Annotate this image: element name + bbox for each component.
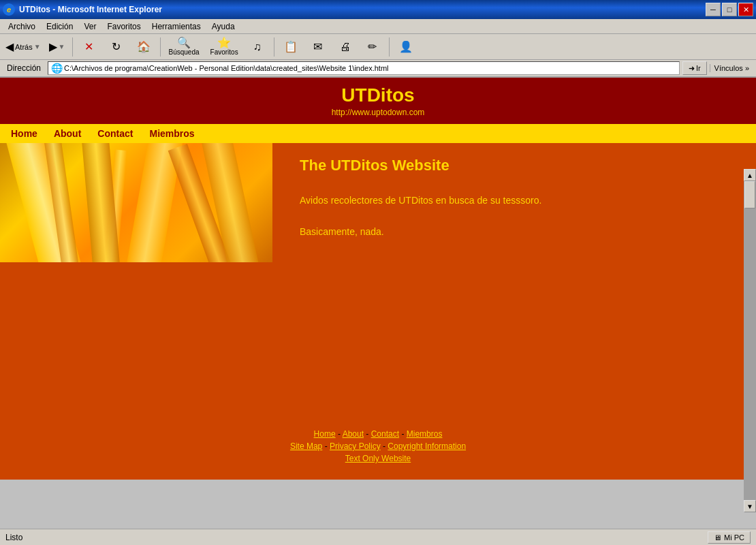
footer-sitemap[interactable]: Site Map <box>290 441 322 451</box>
statusbar: Listo 🖥 Mi PC <box>0 529 756 545</box>
menubar: Archivo Edición Ver Favoritos Herramient… <box>0 19 756 34</box>
ie-logo-icon: e <box>3 3 15 16</box>
forward-button[interactable]: ▶ ▼ <box>46 36 68 58</box>
footer-links-row2: Site Map - Privacy Policy - Copyright In… <box>0 441 756 451</box>
search-icon: 🔍 <box>177 37 191 48</box>
media-icon: ♫ <box>253 42 262 52</box>
site-content-column: The UTDitos Website Avidos recolectores … <box>272 143 756 416</box>
status-text: Listo <box>5 533 22 542</box>
titlebar-left: e UTDitos - Microsoft Internet Explorer <box>3 3 162 16</box>
site-image <box>0 143 272 262</box>
toolbar-sep1 <box>72 37 73 57</box>
back-dropdown-icon[interactable]: ▼ <box>34 43 41 50</box>
search-button[interactable]: 🔍 Búsqueda <box>165 36 204 58</box>
minimize-button[interactable]: ─ <box>706 3 721 16</box>
history-icon: 📋 <box>284 42 298 52</box>
print-icon: 🖨 <box>340 42 351 52</box>
mail-button[interactable]: ✉ <box>306 36 330 58</box>
footer-contact[interactable]: Contact <box>371 429 399 439</box>
scroll-thumb[interactable] <box>744 181 755 208</box>
links-chevron-icon: » <box>745 64 749 72</box>
edit-button[interactable]: ✏ <box>360 36 385 58</box>
scrollbar[interactable]: ▲ ▼ <box>744 169 756 512</box>
go-label: Ir <box>696 64 701 72</box>
site-subtitle: http://www.uptodown.com <box>0 108 756 117</box>
menu-edicion[interactable]: Edición <box>41 20 78 33</box>
close-button[interactable]: ✕ <box>738 3 753 16</box>
site-content-text1: Avidos recolectores de UTDitos en busca … <box>300 195 729 206</box>
mypc-button[interactable]: 🖥 Mi PC <box>708 531 751 544</box>
scroll-down-button[interactable]: ▼ <box>744 500 756 512</box>
footer-about[interactable]: About <box>343 429 364 439</box>
forward-icon: ▶ <box>49 42 57 52</box>
home-icon: 🏠 <box>137 42 151 52</box>
nav-contact[interactable]: Contact <box>97 128 133 139</box>
forward-dropdown-icon[interactable]: ▼ <box>59 43 65 50</box>
footer-home[interactable]: Home <box>314 429 336 439</box>
nav-about[interactable]: About <box>54 128 81 139</box>
links-label: Vínculos <box>714 64 743 72</box>
refresh-button[interactable]: ↻ <box>104 36 129 58</box>
back-button[interactable]: ◀ Atrás ▼ <box>3 36 44 58</box>
footer-sep3: - <box>401 429 406 439</box>
go-arrow-icon: ➜ <box>689 64 695 73</box>
favorites-button[interactable]: ⭐ Favoritos <box>206 36 242 58</box>
maximize-button[interactable]: □ <box>722 3 737 16</box>
image-bar-4 <box>103 150 127 262</box>
menu-ver[interactable]: Ver <box>78 20 101 33</box>
toolbar-sep2 <box>160 37 161 57</box>
back-icon: ◀ <box>5 42 14 52</box>
history-button[interactable]: 📋 <box>279 36 303 58</box>
menu-herramientas[interactable]: Herramientas <box>146 20 206 33</box>
menu-favoritos[interactable]: Favoritos <box>101 20 146 33</box>
search-label: Búsqueda <box>169 48 200 56</box>
addressbar-label: Dirección <box>3 63 45 73</box>
site-main: The UTDitos Website Avidos recolectores … <box>0 143 756 416</box>
image-bar-3 <box>44 143 82 262</box>
footer-textonly[interactable]: Text Only Website <box>345 454 411 463</box>
scroll-up-button[interactable]: ▲ <box>744 169 756 181</box>
footer-links-row3: Text Only Website <box>0 454 756 463</box>
website-content: UTDitos http://www.uptodown.com Home Abo… <box>0 78 756 529</box>
toolbar-sep4 <box>389 37 390 57</box>
toolbar-sep3 <box>274 37 274 57</box>
links-button[interactable]: Vínculos » <box>710 64 753 72</box>
refresh-icon: ↻ <box>112 42 121 52</box>
addressbar-input[interactable]: 🌐 C:\Archivos de programa\CreationWeb - … <box>48 61 680 75</box>
site-nav: Home About Contact Miembros <box>0 124 756 143</box>
go-button[interactable]: ➜ Ir <box>682 61 707 75</box>
addressbar-url: C:\Archivos de programa\CreationWeb - Pe… <box>64 64 389 72</box>
menu-archivo[interactable]: Archivo <box>3 20 41 33</box>
media-button[interactable]: ♫ <box>245 36 270 58</box>
mypc-icon: 🖥 <box>714 533 721 542</box>
page-icon: 🌐 <box>51 63 63 74</box>
nav-home[interactable]: Home <box>11 128 37 139</box>
footer-miembros[interactable]: Miembros <box>407 429 443 439</box>
footer-privacy[interactable]: Privacy Policy <box>330 441 381 451</box>
mail-icon: ✉ <box>313 42 322 52</box>
user-icon: 👤 <box>399 42 413 52</box>
favorites-label: Favoritos <box>210 48 238 56</box>
home-button[interactable]: 🏠 <box>131 36 156 58</box>
site-content-heading: The UTDitos Website <box>300 157 729 174</box>
user-button[interactable]: 👤 <box>394 36 418 58</box>
stop-button[interactable]: ✕ <box>77 36 101 58</box>
scroll-track[interactable] <box>744 181 756 500</box>
footer-copyright[interactable]: Copyright Information <box>388 441 466 451</box>
addressbar: Dirección 🌐 C:\Archivos de programa\Crea… <box>0 60 756 78</box>
site-image-column <box>0 143 272 416</box>
edit-icon: ✏ <box>368 42 377 52</box>
site-title: UTDitos <box>0 84 756 106</box>
toolbar: ◀ Atrás ▼ ▶ ▼ ✕ ↻ 🏠 🔍 Búsqueda ⭐ Favorit… <box>0 34 756 60</box>
site-content-text2: Basicamente, nada. <box>300 226 729 237</box>
mypc-label: Mi PC <box>724 533 744 542</box>
footer-sep2: - <box>366 429 371 439</box>
nav-miembros[interactable]: Miembros <box>149 128 194 139</box>
footer-sep4: - <box>325 441 330 451</box>
print-button[interactable]: 🖨 <box>333 36 358 58</box>
statusbar-right: 🖥 Mi PC <box>708 531 751 544</box>
footer-links-row1: Home - About - Contact - Miembros <box>0 429 756 439</box>
window-controls: ─ □ ✕ <box>706 3 753 16</box>
menu-ayuda[interactable]: Ayuda <box>206 20 240 33</box>
titlebar: e UTDitos - Microsoft Internet Explorer … <box>0 0 756 19</box>
